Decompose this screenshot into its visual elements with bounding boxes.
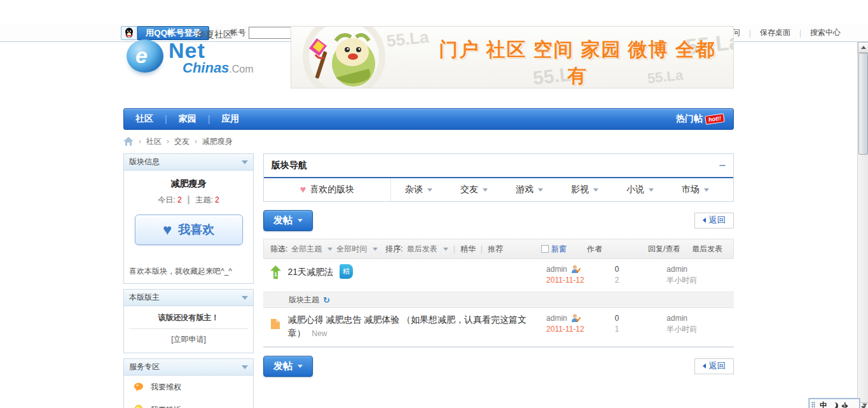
ime-options-chevron-icon[interactable] — [862, 404, 867, 407]
nav-item-apps[interactable]: 应用 — [210, 113, 251, 125]
apply-moderator-link[interactable]: [立即申请] — [124, 334, 253, 345]
forum-stats: 今日: 2 | 主题: 2 — [124, 195, 253, 206]
menu-misc[interactable]: 杂谈 — [391, 178, 446, 201]
breadcrumb-separator: › — [167, 137, 169, 146]
order-label: 排序: — [385, 244, 403, 255]
digest-badge: 精 — [340, 264, 353, 279]
sidebar: 版块信息 减肥瘦身 今日: 2 | 主题: 2 ♥ 我喜欢 — [123, 153, 254, 408]
forum-nav-title: 版块导航 — [272, 160, 307, 171]
browser-viewport: 用QQ帐号登录 帐号 密码 自动登录 登录 注册 | 忘记密码 用户排行 | 手… — [0, 24, 868, 408]
chevron-down-icon — [327, 248, 333, 251]
thread-date: 2011-11-12 — [546, 325, 584, 334]
breadcrumb-community[interactable]: 社区 — [146, 136, 162, 147]
filter-all-time[interactable]: 全部时间 — [336, 244, 367, 255]
search-center-link[interactable]: 搜索中心 — [810, 27, 841, 38]
menu-label: 影视 — [571, 184, 589, 195]
new-post-button[interactable]: 发帖 — [263, 210, 313, 231]
last-poster-link[interactable]: admin — [666, 265, 687, 274]
collapse-arrow-icon[interactable] — [242, 365, 248, 369]
menu-movies[interactable]: 影视 — [557, 178, 612, 201]
thread-author-link[interactable]: admin — [546, 265, 567, 274]
forum-nav-header: 版块导航 − — [264, 154, 733, 177]
forum-nav-panel: 版块导航 − ♥ 喜欢的版块 杂谈 交友 游戏 影视 小说 — [263, 153, 734, 202]
favorite-forums-tab[interactable]: ♥ 喜欢的版块 — [264, 178, 391, 201]
ime-language-bar[interactable]: 中 — [809, 398, 860, 408]
service-panel: 服务专区 我要维权 我要投诉 — [123, 358, 254, 408]
filter-all-topics[interactable]: 全部主题 — [291, 244, 322, 255]
logo-chinas: Chinas — [183, 60, 229, 76]
hot-posts-link[interactable]: 热门帖 hot!! — [676, 113, 733, 125]
moderator-panel-title: 本版版主 — [129, 292, 160, 303]
author-column-header: 作者 — [587, 244, 602, 255]
new-post-label: 发帖 — [273, 215, 293, 227]
save-desktop-link[interactable]: 保存桌面 — [760, 27, 790, 38]
menu-friends[interactable]: 交友 — [446, 178, 502, 201]
thread-date: 2011-11-12 — [546, 276, 584, 285]
menu-novels[interactable]: 小说 — [612, 178, 668, 201]
ad-banner[interactable]: 55.La 55.La 55.La 55.La — [291, 26, 734, 88]
nav-item-community[interactable]: 社区 — [124, 113, 165, 125]
service-item-rights[interactable]: 我要维权 — [124, 376, 253, 398]
breadcrumb: › 社区 › 交友 › 减肥瘦身 — [123, 132, 734, 151]
menu-label: 杂谈 — [405, 184, 423, 195]
chevron-down-icon — [298, 365, 303, 368]
menu-market[interactable]: 市场 — [668, 178, 723, 201]
scrollbar-thumb[interactable] — [858, 53, 868, 155]
order-last-post[interactable]: 最后发表 — [407, 244, 437, 255]
vertical-scrollbar[interactable] — [857, 42, 868, 408]
scroll-up-button[interactable] — [858, 42, 868, 53]
refresh-icon[interactable]: ↻ — [323, 295, 330, 305]
back-button-bottom[interactable]: 返回 — [694, 358, 734, 374]
drag-handle-icon[interactable] — [811, 402, 815, 408]
menu-label: 小说 — [626, 184, 644, 195]
banner-slogan: 门户 社区 空间 家园 微博 全都有 — [431, 37, 724, 88]
new-post-label: 发帖 — [273, 360, 293, 372]
digest-filter-link[interactable]: 精华 — [460, 244, 476, 255]
last-poster-link[interactable]: admin — [666, 314, 687, 323]
back-button[interactable]: 返回 — [694, 213, 734, 229]
service-panel-title: 服务专区 — [129, 362, 160, 372]
pinned-up-icon: 1 — [263, 264, 287, 279]
section-divider: 版块主题 ↻ — [263, 292, 734, 308]
collapse-minus-icon[interactable]: − — [719, 162, 726, 169]
banner-text: 门户 社区 空间 家园 微博 全都有 华夏网 www.netchinas.com — [431, 37, 724, 88]
site-logo[interactable]: e Net Chinas.Com — [127, 39, 254, 75]
recommend-filter-link[interactable]: 推荐 — [488, 244, 503, 255]
collapse-arrow-icon[interactable] — [242, 160, 248, 164]
service-item-complaint[interactable]: 我要投诉 — [124, 398, 253, 408]
nav-item-home[interactable]: 家园 — [167, 113, 208, 125]
new-window-checkbox[interactable] — [541, 245, 549, 253]
heart-icon: ♥ — [300, 184, 307, 195]
svg-text:1: 1 — [274, 271, 277, 278]
thread-title-link[interactable]: 21天减肥法 — [287, 267, 333, 277]
chevron-down-icon — [483, 188, 488, 192]
menu-label: 游戏 — [516, 184, 534, 195]
new-window-label: 新窗 — [551, 244, 567, 255]
breadcrumb-current-forum[interactable]: 减肥瘦身 — [202, 136, 233, 147]
ime-width-toggle-icon[interactable] — [841, 402, 848, 408]
new-post-button-bottom[interactable]: 发帖 — [263, 356, 313, 377]
moderator-panel-header: 本版版主 — [124, 290, 253, 306]
forum-name: 减肥瘦身 — [124, 178, 253, 190]
ime-punctuation-moon-icon[interactable] — [831, 402, 838, 408]
favorite-forums-label: 喜欢的版块 — [310, 184, 354, 195]
section-title: 版块主题 — [289, 295, 319, 306]
home-icon[interactable] — [123, 137, 134, 146]
chat-bubble-icon — [133, 381, 144, 393]
site-header: 华夏社区 e Net Chinas.Com 55.La 55.La 55.La … — [123, 24, 734, 99]
like-forum-button[interactable]: ♥ 我喜欢 — [135, 215, 243, 245]
filter-label: 筛选: — [270, 244, 287, 255]
menu-games[interactable]: 游戏 — [502, 178, 557, 201]
thread-filter-bar: 筛选: 全部主题 全部时间 排序: 最后发表 | 精华 | 推荐 新窗 作者 回… — [263, 239, 734, 259]
service-item-label: 我要投诉 — [151, 405, 181, 408]
service-panel-header: 服务专区 — [124, 359, 253, 376]
forum-tip-text: 喜欢本版块，就收藏起来吧^_^ — [124, 261, 253, 283]
last-post-time: 半小时前 — [666, 276, 697, 285]
chevron-down-icon — [704, 188, 709, 192]
chevron-down-icon — [298, 219, 303, 222]
thread-author-link[interactable]: admin — [546, 314, 567, 323]
collapse-arrow-icon[interactable] — [242, 296, 248, 300]
ime-language-button[interactable]: 中 — [820, 400, 827, 408]
breadcrumb-friends[interactable]: 交友 — [174, 136, 189, 147]
service-item-label: 我要维权 — [151, 382, 181, 393]
